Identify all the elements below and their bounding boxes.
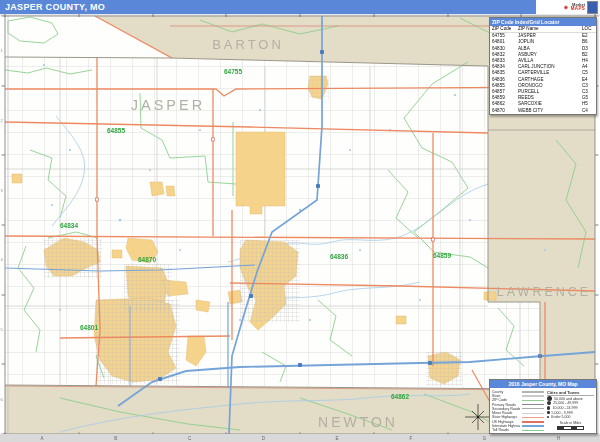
legend-swatch [522, 421, 544, 423]
legend-swatch [522, 400, 544, 401]
table-row: 64870WEBB CITYC4 [490, 108, 596, 114]
legend-swatch [522, 391, 544, 393]
table-cell: WEBB CITY [518, 108, 582, 114]
legend-item: Toll Roads [492, 428, 544, 432]
legend-swatch [522, 395, 544, 397]
city-class-range: 50,000 and above [554, 397, 583, 401]
scale-bar-block: Scale in Miles [547, 421, 594, 430]
grid-number: 6 [1, 397, 3, 402]
legend-swatch [522, 417, 544, 419]
scale-label: Scale in Miles [547, 421, 594, 425]
interstate-shield-icon [428, 361, 432, 365]
grid-letter: E [335, 435, 338, 442]
column-header-zip-name: ZIP Name [518, 26, 582, 32]
logo-star-icon: ✷ [563, 2, 569, 13]
urban-area-purcell [112, 250, 122, 258]
logo-text: Market MAPS [571, 3, 585, 11]
legend-item-label: Toll Roads [492, 428, 520, 432]
interstate-shield-icon [316, 184, 320, 188]
urban-area-asbury [12, 174, 22, 183]
interstate-shield-icon [298, 363, 302, 367]
brand-logo: ✷ Market MAPS [536, 0, 600, 14]
county-label-barton: BARTON [212, 37, 284, 52]
legend-header: 2016 Jasper County, MO Map [490, 380, 596, 388]
zip-code-index-table: ZIP Code Index/Grid Locator ZIP Code ZIP… [489, 17, 597, 115]
grid-letter: C [188, 435, 191, 442]
grid-number: 5 [1, 327, 3, 332]
page-title: JASPER COUNTY, MO [0, 0, 536, 14]
zip-table-header: ZIP Code Index/Grid Locator [490, 18, 596, 26]
legend-swatch [522, 425, 544, 427]
city-class-range: Under 5,000 [551, 415, 571, 419]
legend-body: CountyStateZIP CodePrimary RoadsSecondar… [490, 388, 596, 434]
county-label-jasper: JASPER [131, 97, 205, 113]
zip-label-64801: 64801 [80, 324, 98, 331]
county-label-lawrence: LAWRENCE [497, 285, 591, 299]
city-class-range: 10,000 - 24,999 [552, 406, 577, 410]
city-class-range: 5,000 - 9,999 [552, 411, 573, 415]
zip-table-column-headers: ZIP Code ZIP Name LOC [490, 26, 596, 33]
city-class-range: 25,000 - 49,999 [553, 401, 578, 405]
urban-area-alba [150, 182, 164, 196]
column-header-zip-code: ZIP Code [492, 26, 518, 32]
scale-bar [557, 426, 584, 431]
urban-area-block [236, 132, 285, 214]
legend-line-items: CountyStateZIP CodePrimary RoadsSecondar… [492, 390, 544, 433]
urban-area-joplin-ne [196, 300, 210, 312]
grid-letter: A [40, 435, 43, 442]
interstate-shield-icon [320, 50, 324, 54]
zip-label-64836: 64836 [330, 253, 348, 260]
grid-letter: G [483, 435, 487, 442]
legend-swatch [522, 430, 544, 431]
legend-swatch [522, 413, 544, 414]
table-cell: C4 [582, 108, 594, 114]
grid-number: 2 [1, 118, 3, 123]
legend-swatch [522, 404, 544, 405]
grid-letter: B [114, 435, 117, 442]
cities-and-towns-header: Cities and Towns [547, 390, 594, 396]
map-legend: 2016 Jasper County, MO Map CountyStateZI… [489, 379, 597, 434]
map-page: JASPER COUNTY, MO ✷ Market MAPS [0, 0, 600, 442]
zip-label-64855: 64855 [107, 127, 125, 134]
city-size-dot-icon [547, 416, 549, 418]
grid-letter: D [262, 435, 265, 442]
urban-area-carthage-west [228, 290, 242, 304]
interstate-shield-icon [158, 377, 162, 381]
city-size-dot-icon [547, 406, 550, 409]
table-cell: 64870 [492, 108, 518, 114]
zip-label-64859: 64859 [433, 252, 451, 259]
interstate-shield-icon [249, 294, 253, 298]
city-class-list: 50,000 and above25,000 - 49,99910,000 - … [547, 397, 594, 420]
zip-label-64834: 64834 [60, 222, 78, 229]
county-label-newton: NEWTON [318, 414, 398, 430]
legend-swatch [522, 408, 544, 409]
scale-segment [577, 427, 583, 430]
us-route-shield-icon [432, 238, 435, 241]
grid-letter: H [557, 435, 560, 442]
logo-badge-icon [587, 1, 598, 14]
grid-number: 4 [1, 257, 3, 262]
city-size-dot-icon [547, 411, 550, 414]
grid-letter: F [409, 435, 412, 442]
zip-table-rows: 64755JASPERE264801JOPLINB664830ALBAD3648… [490, 33, 596, 114]
urban-area-reeds [484, 292, 496, 300]
grid-number: 1 [1, 48, 3, 53]
zip-label-64870: 64870 [138, 256, 156, 263]
zip-label-64755: 64755 [224, 68, 242, 75]
grid-letter-band: ABCDEFGH [0, 434, 600, 442]
us-route-shield-icon [212, 138, 215, 141]
grid-number: 3 [1, 188, 3, 193]
legend-cities-column: Cities and Towns 50,000 and above25,000 … [547, 390, 594, 433]
logo-line2: MAPS [571, 7, 585, 11]
column-header-loc: LOC [582, 26, 594, 32]
city-class-row: Under 5,000 [547, 415, 594, 420]
zip-label-64862: 64862 [391, 393, 409, 400]
urban-area-avilla [396, 316, 406, 324]
us-route-shield-icon [96, 198, 99, 201]
grid-number-band: 123456 [0, 16, 5, 434]
urban-area-neck-city [166, 186, 175, 196]
